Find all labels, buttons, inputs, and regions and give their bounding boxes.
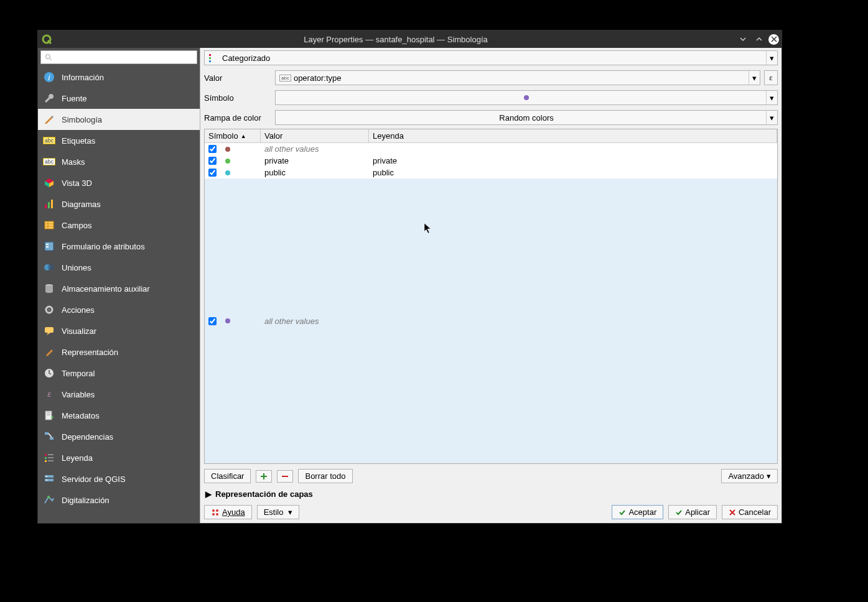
row-checkbox[interactable] [208,317,217,325]
sidebar-item-metadatos[interactable]: Metadatos [38,405,200,426]
svg-rect-22 [45,411,52,420]
main-panel: Categorizado ▾ Valor abc operator:type ▾… [200,48,782,523]
sidebar-item-label: Información [62,73,104,82]
sidebar-item-visualizar[interactable]: Visualizar [38,320,200,341]
variable-icon: ε [43,388,55,401]
svg-point-35 [46,476,47,477]
minimize-button[interactable] [736,32,750,46]
sidebar-item-dependencias[interactable]: Dependencias [38,426,200,447]
col-leyenda[interactable]: Leyenda [369,129,777,142]
add-button[interactable] [256,470,272,483]
row-checkbox[interactable] [208,169,217,177]
sidebar-item-diagramas[interactable]: Diagramas [38,193,200,215]
row-legend: public [369,167,777,178]
col-valor[interactable]: Valor [261,129,369,142]
tag-icon: abc [43,134,55,147]
window-title: Layer Properties — santafe_hospital — Si… [55,35,736,44]
sidebar-item-almacenamiento[interactable]: Almacenamiento auxiliar [38,278,200,299]
sidebar-item-formulario[interactable]: Formulario de atributos [38,236,200,257]
color-ramp-text: Random colors [499,113,553,123]
titlebar: Layer Properties — santafe_hospital — Si… [38,30,782,48]
cancel-button[interactable]: Cancelar [722,505,778,519]
sidebar-item-servidor[interactable]: Servidor de QGIS [38,468,200,489]
color-ramp-select[interactable]: Random colors ▾ [275,110,778,125]
simbolo-label: Símbolo [204,93,271,103]
help-button[interactable]: Ayuda [204,505,252,519]
value-field-select[interactable]: abc operator:type ▾ [275,70,760,85]
delete-all-button[interactable]: Borrar todo [298,469,352,483]
style-button[interactable]: Estilo ▾ [257,505,299,519]
row-value: all other values [261,143,369,155]
sidebar-item-masks[interactable]: abc Masks [38,151,200,172]
symbol-preview-icon [524,95,529,100]
accept-button[interactable]: Aceptar [612,505,663,519]
mask-icon: abc [43,155,55,168]
sidebar-item-temporal[interactable]: Temporal [38,363,200,384]
symbol-select[interactable]: ▾ [275,90,778,105]
layer-properties-window: Layer Properties — santafe_hospital — Si… [38,30,782,523]
sidebar-item-informacion[interactable]: i Información [38,67,200,88]
sidebar-item-digitalizacion[interactable]: Digitalización [38,489,200,511]
svg-point-43 [212,513,215,516]
svg-rect-27 [45,454,47,456]
chevron-down-icon: ▾ [767,471,771,481]
wrench-icon [43,92,55,104]
chevron-down-icon: ▾ [766,91,777,104]
valor-label: Valor [204,73,271,83]
sidebar-item-label: Digitalización [62,496,110,505]
search-input[interactable] [40,50,197,64]
svg-rect-12 [46,244,49,245]
sidebar-item-simbologia[interactable]: Simbología [38,109,200,130]
classify-button[interactable]: Clasificar [204,469,251,483]
svg-rect-5 [48,202,50,208]
col-simbolo[interactable]: Símbolo ▲ [205,129,261,142]
expression-button[interactable]: ε [764,70,778,85]
row-value: all other values [261,315,369,327]
form-icon [43,240,55,252]
sidebar-item-leyenda[interactable]: Leyenda [38,447,200,468]
svg-rect-28 [45,457,47,459]
qgis-logo-icon [38,30,55,48]
svg-rect-25 [45,432,49,435]
search-icon [45,53,52,61]
apply-button[interactable]: Aplicar [668,505,717,519]
advanced-button[interactable]: Avanzado ▾ [721,469,778,483]
sidebar-item-campos[interactable]: Campos [38,215,200,236]
style-type-label: Categorizado [222,53,270,63]
sidebar-item-label: Leyenda [62,453,93,463]
close-button[interactable] [768,34,779,45]
maximize-button[interactable] [752,32,766,46]
dependencies-icon [43,430,55,443]
sidebar-item-label: Visualizar [62,326,96,336]
sidebar-item-acciones[interactable]: Acciones [38,299,200,320]
svg-point-18 [48,308,50,311]
table-row[interactable]: public public [205,167,777,178]
remove-button[interactable] [277,470,293,483]
table-row[interactable]: all other values [205,143,777,155]
join-icon [43,261,55,274]
svg-point-44 [216,513,218,516]
rampa-label: Rampa de color [204,113,271,123]
svg-rect-19 [45,327,54,333]
row-checkbox[interactable] [208,157,217,165]
info-icon: i [43,71,55,83]
sidebar-item-etiquetas[interactable]: abc Etiquetas [38,130,200,151]
sidebar-item-variables[interactable]: ε Variables [38,384,200,405]
sidebar-item-fuente[interactable]: Fuente [38,88,200,109]
style-type-select[interactable]: Categorizado ▾ [204,50,778,65]
row-checkbox[interactable] [208,145,217,153]
sidebar-item-uniones[interactable]: Uniones [38,257,200,278]
sidebar-item-representacion[interactable]: Representación [38,341,200,363]
svg-text:ε: ε [47,389,51,399]
check-icon [675,509,683,516]
layer-rendering-collapse[interactable]: ▶ Representación de capas [200,487,782,501]
tooltip-icon [43,325,55,337]
svg-point-41 [212,509,215,512]
svg-point-37 [47,496,50,498]
svg-rect-38 [209,54,211,56]
table-row[interactable]: all other values [205,178,777,463]
row-symbol-icon [225,147,230,152]
sidebar-item-vista3d[interactable]: Vista 3D [38,172,200,193]
table-row[interactable]: private private [205,155,777,167]
sidebar-item-label: Simbología [62,115,102,124]
